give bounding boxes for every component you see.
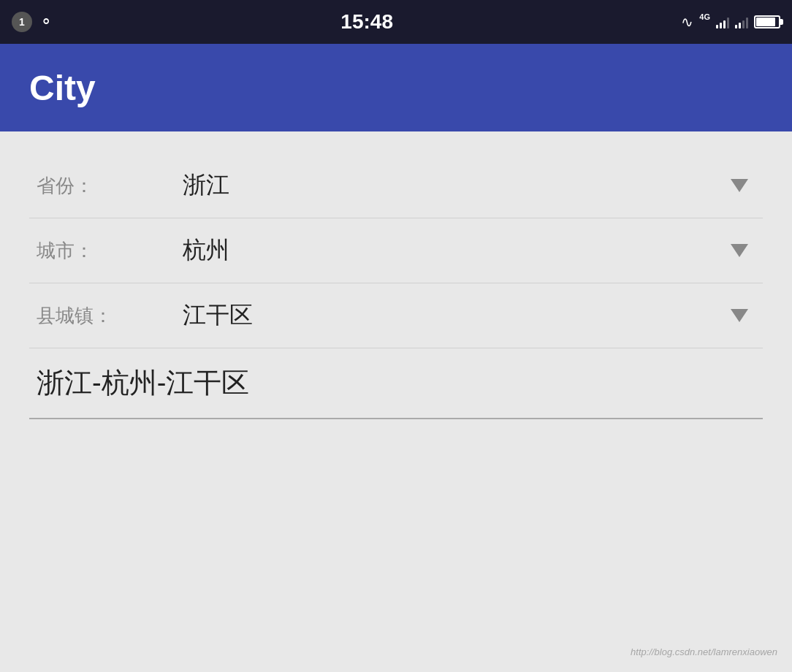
result-row: 浙江-杭州-江干区 (29, 348, 763, 419)
city-value: 杭州 (139, 234, 731, 267)
district-chevron-icon (731, 309, 748, 322)
city-label: 城市： (37, 238, 139, 264)
signal-bars-2 (735, 15, 748, 28)
4g-label: 4G (699, 13, 710, 21)
main-content: 省份： 浙江 城市： 杭州 县城镇： 江干区 浙江-杭州-江干区 (0, 131, 792, 441)
status-time: 15:48 (340, 10, 393, 34)
province-label: 省份： (37, 173, 139, 199)
district-value: 江干区 (139, 299, 731, 332)
android-icon: ⚬ (39, 12, 53, 31)
wifi-icon: ∿ (681, 13, 693, 31)
district-label: 县城镇： (37, 303, 139, 329)
city-row[interactable]: 城市： 杭州 (29, 218, 763, 283)
district-row[interactable]: 县城镇： 江干区 (29, 283, 763, 348)
result-text: 浙江-杭州-江干区 (37, 364, 249, 402)
app-bar: City (0, 44, 792, 131)
status-left: 1 ⚬ (12, 12, 53, 32)
status-bar: 1 ⚬ 15:48 ∿ 4G (0, 0, 792, 44)
city-chevron-icon (731, 244, 748, 257)
province-value: 浙江 (139, 169, 731, 202)
status-right: ∿ 4G (681, 13, 780, 31)
app-title: City (29, 68, 96, 108)
watermark: http://blog.csdn.net/lamrenxiaowen (631, 646, 777, 657)
battery-icon (754, 15, 780, 28)
notification-badge: 1 (12, 12, 32, 32)
signal-bars-1 (716, 15, 729, 28)
province-chevron-icon (731, 179, 748, 192)
province-row[interactable]: 省份： 浙江 (29, 153, 763, 218)
